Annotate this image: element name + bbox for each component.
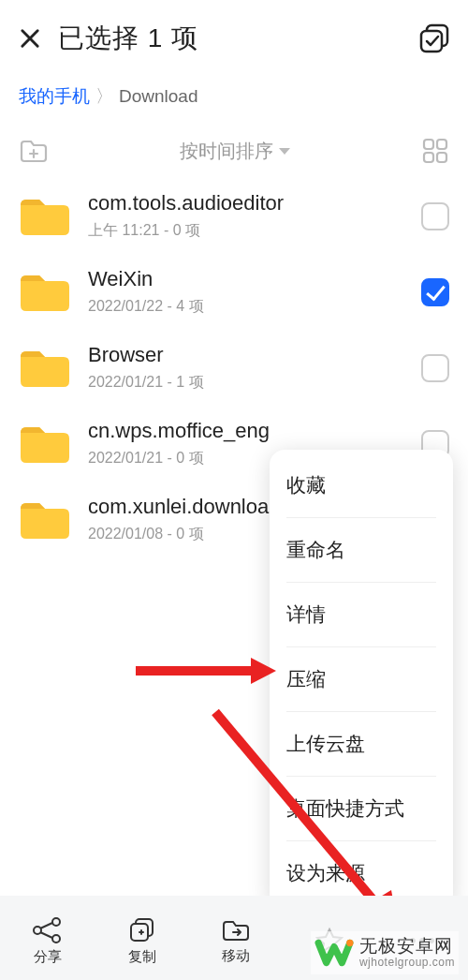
folder-icon [19,272,71,313]
ctx-compress[interactable]: 压缩 [286,647,436,712]
folder-icon [19,348,71,389]
share-icon [32,916,64,944]
item-subtitle: 上午 11:21 - 0 项 [88,221,421,241]
item-checkbox[interactable] [421,354,449,382]
ctx-details[interactable]: 详情 [286,583,436,647]
breadcrumb: 我的手机 〉 Download [0,67,468,118]
svg-rect-4 [424,153,433,162]
grid-view-icon[interactable] [421,137,449,165]
folder-icon [19,499,71,541]
item-subtitle: 2022/01/21 - 1 项 [88,373,421,393]
folder-icon [19,196,71,237]
folder-row[interactable]: Browser 2022/01/21 - 1 项 [0,330,468,406]
svg-point-14 [346,940,353,946]
item-name: cn.wps.moffice_eng [88,419,421,443]
svg-rect-2 [424,140,433,149]
sort-button[interactable]: 按时间排序 [49,139,421,164]
item-name: Browser [88,343,421,367]
item-checkbox[interactable] [421,278,449,306]
list-toolbar: 按时间排序 [0,118,468,178]
item-subtitle: 2022/01/22 - 4 项 [88,297,421,317]
item-checkbox[interactable] [421,202,449,230]
breadcrumb-root[interactable]: 我的手机 [19,84,90,109]
move-button[interactable]: 移动 [220,917,252,965]
svg-point-7 [52,918,60,926]
folder-row[interactable]: com.tools.audioeditor 上午 11:21 - 0 项 [0,178,468,254]
ctx-rename[interactable]: 重命名 [286,518,436,583]
ctx-upload[interactable]: 上传云盘 [286,712,436,777]
select-all-icon[interactable] [417,22,451,55]
chevron-right-icon: 〉 [95,84,113,109]
selection-header: 已选择 1 项 [0,0,468,67]
svg-point-8 [52,935,60,943]
context-menu: 收藏 重命名 详情 压缩 上传云盘 桌面快捷方式 设为来源 [270,450,453,909]
watermark-url: wjhotelgroup.com [359,957,455,969]
copy-label: 复制 [128,948,156,966]
item-name: WeiXin [88,267,421,291]
svg-rect-1 [421,31,442,52]
ctx-shortcut[interactable]: 桌面快捷方式 [286,777,436,841]
svg-rect-5 [437,153,446,162]
sort-label-text: 按时间排序 [180,139,273,164]
copy-button[interactable]: 复制 [128,916,156,966]
new-folder-icon[interactable] [19,138,49,164]
share-label: 分享 [34,948,62,966]
svg-rect-3 [437,140,446,149]
watermark-title: 无极安卓网 [359,937,455,957]
share-button[interactable]: 分享 [32,916,64,966]
move-icon [220,917,252,943]
watermark-logo-icon [314,933,354,973]
chevron-down-icon [279,148,290,155]
close-icon[interactable] [17,25,43,52]
folder-icon [19,423,71,465]
annotation-arrow [131,652,281,690]
copy-icon [128,916,156,944]
move-label: 移动 [222,947,250,965]
ctx-favorite[interactable]: 收藏 [286,453,436,518]
breadcrumb-current: Download [119,86,198,107]
watermark: 无极安卓网 wjhotelgroup.com [311,931,459,974]
item-name: com.tools.audioeditor [88,191,421,215]
folder-row[interactable]: WeiXin 2022/01/22 - 4 项 [0,254,468,330]
header-title: 已选择 1 项 [58,21,198,56]
